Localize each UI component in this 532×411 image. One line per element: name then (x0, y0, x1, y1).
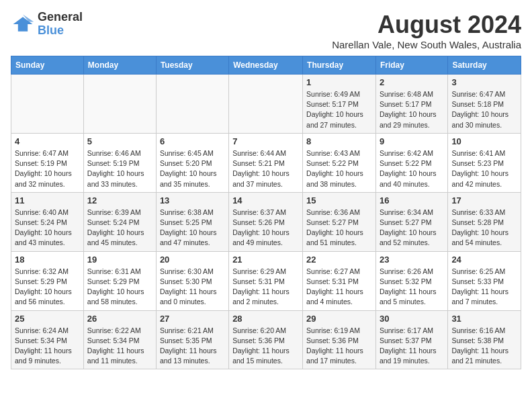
calendar-week-row: 18Sunrise: 6:32 AMSunset: 5:29 PMDayligh… (11, 251, 521, 310)
day-number: 3 (451, 77, 517, 87)
day-number: 6 (160, 136, 225, 146)
calendar-day-cell: 8Sunrise: 6:43 AMSunset: 5:22 PMDaylight… (303, 133, 376, 192)
day-number: 18 (15, 255, 80, 265)
day-number: 11 (15, 195, 80, 205)
day-number: 31 (451, 314, 517, 324)
calendar-day-cell: 5Sunrise: 6:46 AMSunset: 5:19 PMDaylight… (83, 133, 156, 192)
calendar-day-cell: 11Sunrise: 6:40 AMSunset: 5:24 PMDayligh… (11, 192, 84, 251)
calendar-day-cell: 21Sunrise: 6:29 AMSunset: 5:31 PMDayligh… (229, 251, 303, 310)
calendar-day-cell: 31Sunrise: 6:16 AMSunset: 5:38 PMDayligh… (448, 310, 521, 369)
day-info: Sunrise: 6:39 AMSunset: 5:24 PMDaylight:… (87, 208, 152, 248)
calendar-day-cell (11, 75, 84, 134)
day-info: Sunrise: 6:48 AMSunset: 5:17 PMDaylight:… (380, 89, 444, 130)
calendar-day-cell: 30Sunrise: 6:17 AMSunset: 5:37 PMDayligh… (375, 310, 447, 369)
calendar-day-header: Wednesday (229, 56, 303, 75)
day-info: Sunrise: 6:29 AMSunset: 5:31 PMDaylight:… (232, 267, 299, 308)
calendar-day-header: Saturday (448, 56, 521, 75)
day-number: 29 (306, 314, 372, 324)
logo-text: General Blue (38, 11, 83, 38)
day-number: 12 (87, 195, 152, 205)
calendar-day-cell: 20Sunrise: 6:30 AMSunset: 5:30 PMDayligh… (156, 251, 228, 310)
day-info: Sunrise: 6:31 AMSunset: 5:29 PMDaylight:… (87, 267, 152, 308)
day-number: 20 (160, 255, 225, 265)
day-info: Sunrise: 6:45 AMSunset: 5:20 PMDaylight:… (160, 148, 225, 189)
day-number: 14 (232, 195, 299, 205)
day-info: Sunrise: 6:25 AMSunset: 5:33 PMDaylight:… (451, 267, 517, 308)
day-info: Sunrise: 6:42 AMSunset: 5:22 PMDaylight:… (380, 148, 444, 189)
day-number: 24 (451, 255, 517, 265)
day-number: 25 (15, 314, 80, 324)
calendar-day-cell: 25Sunrise: 6:24 AMSunset: 5:34 PMDayligh… (11, 310, 84, 369)
sub-title: Narellan Vale, New South Wales, Australi… (332, 39, 521, 50)
calendar-day-cell: 18Sunrise: 6:32 AMSunset: 5:29 PMDayligh… (11, 251, 84, 310)
day-info: Sunrise: 6:22 AMSunset: 5:34 PMDaylight:… (87, 326, 152, 367)
day-number: 13 (160, 195, 225, 205)
calendar-week-row: 1Sunrise: 6:49 AMSunset: 5:17 PMDaylight… (11, 75, 521, 134)
calendar-day-cell: 4Sunrise: 6:47 AMSunset: 5:19 PMDaylight… (11, 133, 84, 192)
day-number: 7 (232, 136, 299, 146)
day-info: Sunrise: 6:46 AMSunset: 5:19 PMDaylight:… (87, 148, 152, 189)
calendar-day-cell: 19Sunrise: 6:31 AMSunset: 5:29 PMDayligh… (83, 251, 156, 310)
calendar-day-cell: 29Sunrise: 6:19 AMSunset: 5:36 PMDayligh… (303, 310, 376, 369)
day-info: Sunrise: 6:19 AMSunset: 5:36 PMDaylight:… (306, 326, 372, 367)
calendar-day-cell: 1Sunrise: 6:49 AMSunset: 5:17 PMDaylight… (303, 75, 376, 134)
day-info: Sunrise: 6:33 AMSunset: 5:28 PMDaylight:… (451, 208, 517, 248)
day-info: Sunrise: 6:44 AMSunset: 5:21 PMDaylight:… (232, 148, 299, 189)
day-info: Sunrise: 6:27 AMSunset: 5:31 PMDaylight:… (306, 267, 372, 308)
calendar-table: SundayMondayTuesdayWednesdayThursdayFrid… (11, 56, 521, 369)
calendar-day-cell: 16Sunrise: 6:34 AMSunset: 5:27 PMDayligh… (375, 192, 447, 251)
day-number: 23 (380, 255, 444, 265)
calendar-day-header: Friday (375, 56, 447, 75)
page-header: General Blue August 2024 Narellan Vale, … (11, 11, 521, 50)
day-info: Sunrise: 6:20 AMSunset: 5:36 PMDaylight:… (232, 326, 299, 367)
day-info: Sunrise: 6:24 AMSunset: 5:34 PMDaylight:… (15, 326, 80, 367)
calendar-day-cell (83, 75, 156, 134)
calendar-week-row: 11Sunrise: 6:40 AMSunset: 5:24 PMDayligh… (11, 192, 521, 251)
day-number: 28 (232, 314, 299, 324)
calendar-day-cell: 3Sunrise: 6:47 AMSunset: 5:18 PMDaylight… (448, 75, 521, 134)
day-info: Sunrise: 6:21 AMSunset: 5:35 PMDaylight:… (160, 326, 225, 367)
calendar-day-header: Thursday (303, 56, 376, 75)
calendar-day-cell: 6Sunrise: 6:45 AMSunset: 5:20 PMDaylight… (156, 133, 228, 192)
calendar-day-cell: 7Sunrise: 6:44 AMSunset: 5:21 PMDaylight… (229, 133, 303, 192)
calendar-day-cell: 14Sunrise: 6:37 AMSunset: 5:26 PMDayligh… (229, 192, 303, 251)
logo-icon (11, 12, 35, 36)
day-number: 10 (451, 136, 517, 146)
calendar-day-cell: 13Sunrise: 6:38 AMSunset: 5:25 PMDayligh… (156, 192, 228, 251)
day-info: Sunrise: 6:43 AMSunset: 5:22 PMDaylight:… (306, 148, 372, 189)
day-number: 22 (306, 255, 372, 265)
day-info: Sunrise: 6:30 AMSunset: 5:30 PMDaylight:… (160, 267, 225, 308)
calendar-day-cell: 23Sunrise: 6:26 AMSunset: 5:32 PMDayligh… (375, 251, 447, 310)
day-number: 2 (380, 77, 444, 87)
calendar-week-row: 25Sunrise: 6:24 AMSunset: 5:34 PMDayligh… (11, 310, 521, 369)
calendar-header-row: SundayMondayTuesdayWednesdayThursdayFrid… (11, 56, 521, 75)
calendar-day-cell: 15Sunrise: 6:36 AMSunset: 5:27 PMDayligh… (303, 192, 376, 251)
day-info: Sunrise: 6:49 AMSunset: 5:17 PMDaylight:… (306, 89, 372, 130)
day-info: Sunrise: 6:32 AMSunset: 5:29 PMDaylight:… (15, 267, 80, 308)
title-block: August 2024 Narellan Vale, New South Wal… (332, 11, 521, 50)
day-number: 9 (380, 136, 444, 146)
day-number: 19 (87, 255, 152, 265)
day-info: Sunrise: 6:36 AMSunset: 5:27 PMDaylight:… (306, 208, 372, 248)
calendar-day-cell: 10Sunrise: 6:41 AMSunset: 5:23 PMDayligh… (448, 133, 521, 192)
calendar-day-cell: 22Sunrise: 6:27 AMSunset: 5:31 PMDayligh… (303, 251, 376, 310)
calendar-week-row: 4Sunrise: 6:47 AMSunset: 5:19 PMDaylight… (11, 133, 521, 192)
day-info: Sunrise: 6:40 AMSunset: 5:24 PMDaylight:… (15, 208, 80, 248)
day-info: Sunrise: 6:16 AMSunset: 5:38 PMDaylight:… (451, 326, 517, 367)
day-info: Sunrise: 6:38 AMSunset: 5:25 PMDaylight:… (160, 208, 225, 248)
day-number: 4 (15, 136, 80, 146)
day-info: Sunrise: 6:37 AMSunset: 5:26 PMDaylight:… (232, 208, 299, 248)
day-number: 30 (380, 314, 444, 324)
calendar-day-cell: 27Sunrise: 6:21 AMSunset: 5:35 PMDayligh… (156, 310, 228, 369)
day-info: Sunrise: 6:17 AMSunset: 5:37 PMDaylight:… (380, 326, 444, 367)
day-number: 27 (160, 314, 225, 324)
day-number: 8 (306, 136, 372, 146)
calendar-day-cell: 24Sunrise: 6:25 AMSunset: 5:33 PMDayligh… (448, 251, 521, 310)
calendar-day-header: Monday (83, 56, 156, 75)
calendar-day-cell: 17Sunrise: 6:33 AMSunset: 5:28 PMDayligh… (448, 192, 521, 251)
calendar-day-cell: 12Sunrise: 6:39 AMSunset: 5:24 PMDayligh… (83, 192, 156, 251)
calendar-day-cell (229, 75, 303, 134)
day-number: 26 (87, 314, 152, 324)
calendar-day-cell: 9Sunrise: 6:42 AMSunset: 5:22 PMDaylight… (375, 133, 447, 192)
calendar-day-cell: 26Sunrise: 6:22 AMSunset: 5:34 PMDayligh… (83, 310, 156, 369)
